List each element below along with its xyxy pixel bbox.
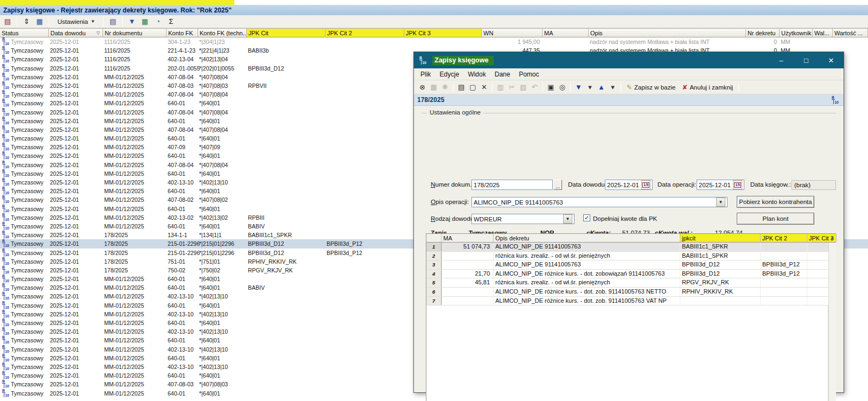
decree-row[interactable]: 3ALIMCO_NIP_DE 91141005763BPBIII3d_D12BP… <box>426 260 835 270</box>
save-view-icon[interactable]: ▦ <box>139 17 150 27</box>
decree-column-header-ma[interactable]: MA <box>442 234 494 242</box>
opis-operacji-combo[interactable]: ALIMCO_NIP_DE 91141005763 ▼ <box>471 197 727 207</box>
delete-icon[interactable]: ✕ <box>478 82 490 93</box>
decree-row[interactable]: 151 074,73ALIMCO_NIP_DE 91141005763BABII… <box>426 243 835 252</box>
decree-column-header-opis-dekretu[interactable]: Opis dekretu <box>494 234 680 242</box>
calendar-icon[interactable] <box>641 180 650 189</box>
menu-pomoc[interactable]: Pomoc <box>514 69 543 79</box>
column-header-opis[interactable]: Opis <box>589 29 746 37</box>
filter-window-icon[interactable]: ▼ <box>126 17 137 27</box>
column-header-jpk-cit-2[interactable]: JPK Cit 2 <box>326 29 404 37</box>
cell-3: 750-02 <box>167 266 198 275</box>
cell-0: Tymczasowy <box>0 117 49 125</box>
column-header-warto-[interactable]: Wartość ... <box>833 29 868 37</box>
column-header-status[interactable]: Status <box>0 29 49 37</box>
decree-row[interactable]: 2różnica kurs. zrealiz. - od wł.śr. pien… <box>426 252 835 261</box>
minimize-button[interactable]: – <box>769 52 794 68</box>
column-header-label: Konto FK (techn... <box>200 30 247 36</box>
decree-row[interactable]: 421,70ALIMCO_NIP_DE różnice kurs. - dot.… <box>426 270 835 279</box>
menu-widok[interactable]: Widok <box>463 69 490 79</box>
cell-1: 2025-12-01 <box>49 310 103 319</box>
numer-dokum-browse-button[interactable]: ... <box>553 180 562 190</box>
refresh-cancel-icon[interactable]: ⊗ <box>417 82 428 93</box>
toolbar-separator <box>122 17 123 27</box>
rodzaj-dowodu-combo[interactable]: WDREUR ▼ <box>471 214 575 224</box>
column-header-konto-fk-techn-[interactable]: Konto FK (techn... <box>198 29 247 37</box>
cell-5 <box>247 380 326 389</box>
cell-4: *|407|08|03 <box>198 380 247 389</box>
decree-row[interactable]: 545,81różnica kurs. zrealiz. - od wł.śr.… <box>426 278 835 288</box>
new-document-icon[interactable]: ▢ <box>467 82 478 93</box>
cell-6: BPBIII3d_P12 <box>326 239 404 248</box>
column-header-wn[interactable]: WN <box>482 29 542 37</box>
cell-3: 640-01 <box>167 187 198 195</box>
toolbar-separator <box>49 17 49 27</box>
menu-plik[interactable]: Plik <box>416 69 435 79</box>
cell-0: Tymczasowy <box>0 46 49 55</box>
grid-view-icon[interactable]: ▦ <box>34 17 45 27</box>
cell-1: 2025-12-01 <box>49 222 103 231</box>
sort-updown-icon[interactable]: ⇕ <box>21 17 32 27</box>
form-export-icon[interactable]: ▤ <box>2 17 13 27</box>
column-header-jpk-cit-3[interactable]: JPK Cit 3 <box>404 29 482 37</box>
cell-0: Tymczasowy <box>0 64 49 73</box>
maximize-button[interactable]: □ <box>794 52 819 68</box>
save-to-database-button[interactable]: ✎Zapisz w bazie <box>623 81 679 93</box>
column-header-jpk-cit[interactable]: JPK Cit <box>247 29 326 37</box>
entry-status-icon <box>2 82 9 89</box>
menu-edycje[interactable]: Edycje <box>435 69 463 79</box>
chevron-down-icon[interactable]: ▼ <box>716 198 725 207</box>
cancel-and-close-button[interactable]: ✘Anuluj i zamknij <box>679 81 736 93</box>
status-text: Tymczasowy <box>11 336 43 345</box>
properties-icon[interactable]: ▤ <box>456 82 467 93</box>
cell-1: 2025-12-01 <box>49 90 103 99</box>
column-header-konto-fk[interactable]: Konto FK <box>167 29 198 37</box>
decree-column-header-jpkcit[interactable]: jpkcit <box>680 234 761 242</box>
move-up-icon[interactable]: ▲ <box>596 82 607 93</box>
move-down-menu-icon[interactable]: ▾ <box>584 82 596 93</box>
vertical-scrollbar[interactable]: ▲ ▼ <box>828 243 836 401</box>
close-button[interactable]: ✕ <box>819 52 844 68</box>
column-header-nr-dokumentu[interactable]: Nr dokumentu <box>103 29 167 37</box>
dopelniaj-checkbox-label[interactable]: Dopełniaj kwote dla PK <box>593 215 657 222</box>
decree-column-header-rownum[interactable] <box>426 234 442 242</box>
column-header-nr-dekretu[interactable]: Nr dekretu <box>746 29 780 37</box>
cell-1: 2025-12-01 <box>49 37 103 46</box>
data-operacji-input[interactable]: 2025-12-01 <box>697 180 744 190</box>
cell-0: Tymczasowy <box>0 231 49 239</box>
cell-6 <box>326 354 404 362</box>
cell-5 <box>247 178 326 187</box>
cell-1: 2025-12-01 <box>49 239 103 248</box>
decree-row[interactable]: 7ALIMCO_NIP_DE różnice kurs. - dot. zob.… <box>426 297 835 306</box>
column-header-u-ytkownik[interactable]: Użytkownik <box>780 29 813 37</box>
numer-dokum-input[interactable]: 178/2025 <box>471 180 553 190</box>
decree-row[interactable]: 6ALIMCO_NIP_DE różnice kurs. - dot. zob.… <box>426 288 835 297</box>
move-up-menu-icon[interactable]: ▾ <box>607 82 618 93</box>
plan-kont-button[interactable]: Plan kont <box>737 213 814 225</box>
sum-icon[interactable]: Σ <box>165 17 176 27</box>
print-icon[interactable]: ▣ <box>545 82 557 93</box>
calendar-icon[interactable] <box>733 180 742 189</box>
cell-5 <box>247 37 326 46</box>
cell-6 <box>326 161 404 169</box>
column-header-data-dowodu[interactable]: Data dowodu▽ <box>49 29 103 37</box>
decree-cell-0: 2 <box>426 252 442 260</box>
properties-icon[interactable]: ▤ <box>107 17 118 27</box>
decree-column-header-jpk-cit-2[interactable]: JPK Cit 2 <box>761 234 807 242</box>
data-dowodu-input[interactable]: 2025-12-01 <box>605 180 653 190</box>
settings-dropdown-button[interactable]: Ustawienia ▼ <box>53 16 99 27</box>
column-header-ma[interactable]: MA <box>542 29 589 37</box>
column-header-wal-[interactable]: Wal... <box>813 29 833 37</box>
pobierz-konto-button[interactable]: Pobierz konto kontrahenta <box>737 196 814 208</box>
cell-3: 402-13-02 <box>167 213 198 222</box>
table-row[interactable]: Tymczasowy2025-12-011116/2025304-1-23*|3… <box>0 37 868 46</box>
cell-4: *|402|13|10 <box>198 292 247 301</box>
scroll-up-icon[interactable]: ▲ <box>828 234 836 241</box>
dialog-titlebar[interactable]: Zapisy księgowe – □ ✕ <box>414 52 844 68</box>
move-down-icon[interactable]: ▼ <box>573 82 584 93</box>
dopelniaj-checkbox[interactable]: ✓ <box>583 214 590 221</box>
menu-dane[interactable]: Dane <box>490 69 515 79</box>
time-table-icon[interactable]: ◔ <box>152 17 163 27</box>
print-preview-icon[interactable]: ◎ <box>557 82 568 93</box>
chevron-down-icon[interactable]: ▼ <box>563 214 572 224</box>
